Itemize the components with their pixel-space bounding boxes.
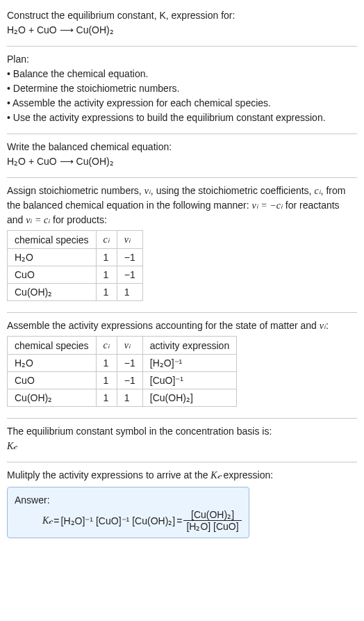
cell-ci: 1 bbox=[96, 266, 117, 284]
cell-nui: 1 bbox=[117, 284, 142, 301]
cell-activity: [CuO]⁻¹ bbox=[142, 372, 236, 389]
col-nui: νᵢ bbox=[117, 231, 142, 249]
activity-section: Assemble the activity expressions accoun… bbox=[7, 316, 357, 415]
plan-heading: Plan: bbox=[7, 52, 357, 67]
kc-symbol: K𝒸 bbox=[42, 515, 52, 526]
text: The equilibrium constant symbol in the c… bbox=[7, 424, 357, 439]
text: Construct the equilibrium constant, K, e… bbox=[7, 10, 235, 21]
table-header-row: chemical species cᵢ νᵢ activity expressi… bbox=[8, 337, 237, 355]
term-cuoh2: [Cu(OH)₂] bbox=[132, 515, 175, 526]
col-species: chemical species bbox=[8, 231, 97, 249]
cell-species: CuO bbox=[8, 372, 97, 389]
text: Assign stoichiometric numbers, bbox=[7, 185, 144, 196]
symbol-c-i: cᵢ bbox=[314, 186, 320, 196]
text: : bbox=[326, 320, 329, 331]
kc-symbol-section: The equilibrium constant symbol in the c… bbox=[7, 421, 357, 459]
col-ci: cᵢ bbox=[96, 337, 117, 355]
equals: = bbox=[176, 515, 182, 526]
cell-activity: [Cu(OH)₂] bbox=[142, 389, 236, 407]
equals: = bbox=[53, 515, 59, 526]
cell-species: H₂O bbox=[8, 355, 97, 372]
kc-symbol: K𝒸 bbox=[7, 439, 357, 453]
fraction-denominator: [H₂O] [CuO] bbox=[183, 521, 241, 532]
prompt-line-1: Construct the equilibrium constant, K, e… bbox=[7, 8, 357, 23]
cell-ci: 1 bbox=[96, 284, 117, 301]
col-nui: νᵢ bbox=[117, 337, 142, 355]
col-species: chemical species bbox=[8, 337, 97, 355]
table-row: H₂O 1 −1 bbox=[8, 249, 143, 266]
divider bbox=[7, 312, 357, 313]
divider bbox=[7, 418, 357, 419]
cell-activity: [H₂O]⁻¹ bbox=[142, 355, 236, 372]
heading: Write the balanced chemical equation: bbox=[7, 140, 357, 154]
plan-section: Plan: • Balance the chemical equation. •… bbox=[7, 49, 357, 131]
table-row: H₂O 1 −1 [H₂O]⁻¹ bbox=[8, 355, 237, 372]
prompt-section: Construct the equilibrium constant, K, e… bbox=[7, 6, 357, 43]
symbol-nu-i: νᵢ bbox=[144, 186, 151, 196]
divider bbox=[7, 134, 357, 134]
fraction: [Cu(OH)₂] [H₂O] [CuO] bbox=[183, 509, 241, 532]
text: expression: bbox=[221, 469, 273, 481]
col-ci: cᵢ bbox=[96, 231, 117, 249]
cell-ci: 1 bbox=[96, 372, 117, 389]
cell-species: Cu(OH)₂ bbox=[8, 284, 97, 301]
text: , using the stoichiometric coefficients, bbox=[151, 185, 315, 196]
table-row: CuO 1 −1 [CuO]⁻¹ bbox=[8, 372, 237, 389]
cell-nui: −1 bbox=[117, 249, 142, 266]
answer-box: Answer: K𝒸 = [H₂O]⁻¹ [CuO]⁻¹ [Cu(OH)₂] =… bbox=[7, 487, 249, 538]
result-section: Mulitply the activity expressions to arr… bbox=[7, 465, 357, 544]
text: Assemble the activity expressions accoun… bbox=[7, 320, 320, 331]
balanced-equation-section: Write the balanced chemical equation: H₂… bbox=[7, 137, 357, 175]
term-h2o-inv: [H₂O]⁻¹ bbox=[61, 515, 93, 526]
cell-species: Cu(OH)₂ bbox=[8, 389, 97, 407]
text: Mulitply the activity expressions to arr… bbox=[7, 469, 210, 481]
plan-item: • Use the activity expressions to build … bbox=[7, 111, 357, 125]
divider bbox=[7, 46, 357, 47]
relation-reactant: νᵢ = −cᵢ bbox=[252, 200, 283, 211]
kc-expression: K𝒸 = [H₂O]⁻¹ [CuO]⁻¹ [Cu(OH)₂] = [Cu(OH)… bbox=[15, 509, 242, 532]
symbol-nu-i: νᵢ bbox=[320, 321, 326, 331]
answer-label: Answer: bbox=[15, 493, 242, 508]
paragraph: Assemble the activity expressions accoun… bbox=[7, 318, 357, 333]
text: for products: bbox=[50, 214, 107, 225]
paragraph: Assign stoichiometric numbers, νᵢ, using… bbox=[7, 184, 357, 227]
fraction-numerator: [Cu(OH)₂] bbox=[183, 509, 241, 521]
plan-item: • Assemble the activity expression for e… bbox=[7, 96, 357, 111]
cell-nui: −1 bbox=[117, 266, 142, 284]
plan-item: • Balance the chemical equation. bbox=[7, 67, 357, 81]
relation-product: νᵢ = cᵢ bbox=[26, 215, 50, 225]
activity-table: chemical species cᵢ νᵢ activity expressi… bbox=[7, 336, 237, 407]
divider bbox=[7, 462, 357, 462]
col-activity: activity expression bbox=[142, 337, 236, 355]
divider bbox=[7, 177, 357, 178]
plan-item: • Determine the stoichiometric numbers. bbox=[7, 81, 357, 96]
table-row: Cu(OH)₂ 1 1 bbox=[8, 284, 143, 301]
kc-symbol: K𝒸 bbox=[210, 470, 220, 481]
balanced-equation: H₂O + CuO ⟶ Cu(OH)₂ bbox=[7, 154, 357, 169]
cell-ci: 1 bbox=[96, 249, 117, 266]
stoichiometric-section: Assign stoichiometric numbers, νᵢ, using… bbox=[7, 181, 357, 309]
term-cuo-inv: [CuO]⁻¹ bbox=[96, 515, 129, 526]
cell-nui: 1 bbox=[117, 389, 142, 407]
cell-species: CuO bbox=[8, 266, 97, 284]
cell-ci: 1 bbox=[96, 355, 117, 372]
cell-ci: 1 bbox=[96, 389, 117, 407]
cell-species: H₂O bbox=[8, 249, 97, 266]
table-row: CuO 1 −1 bbox=[8, 266, 143, 284]
table-header-row: chemical species cᵢ νᵢ bbox=[8, 231, 143, 249]
cell-nui: −1 bbox=[117, 355, 142, 372]
stoichiometric-table: chemical species cᵢ νᵢ H₂O 1 −1 CuO 1 −1… bbox=[7, 230, 143, 301]
cell-nui: −1 bbox=[117, 372, 142, 389]
reaction-equation: H₂O + CuO ⟶ Cu(OH)₂ bbox=[7, 23, 357, 38]
table-row: Cu(OH)₂ 1 1 [Cu(OH)₂] bbox=[8, 389, 237, 407]
paragraph: Mulitply the activity expressions to arr… bbox=[7, 468, 357, 483]
